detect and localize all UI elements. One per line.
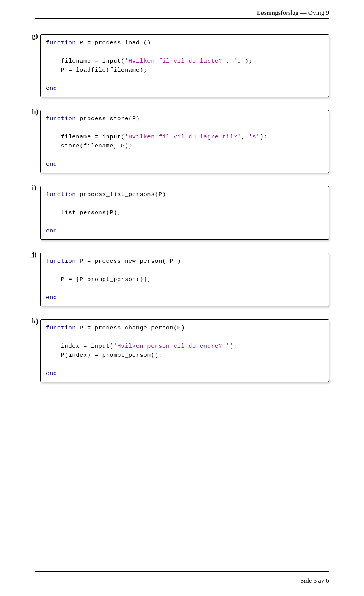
footer-text: Side 6 av 6 — [300, 577, 329, 585]
code-listing-container: g)function P = process_load () filename … — [35, 34, 329, 382]
code-block: g)function P = process_load () filename … — [35, 34, 329, 97]
code-block-label: i) — [32, 184, 36, 192]
code-block: i)function process_list_persons(P) list_… — [35, 186, 329, 240]
code-block: k)function P = process_change_person(P) … — [35, 319, 329, 382]
code-block: j)function P = process_new_person( P ) P… — [35, 253, 329, 306]
header-rule — [35, 18, 329, 20]
code-box: function P = process_change_person(P) in… — [40, 319, 329, 382]
code-content: function process_store(P) filename = inp… — [46, 114, 323, 169]
code-box: function P = process_load () filename = … — [40, 34, 329, 97]
code-box: function P = process_new_person( P ) P =… — [40, 253, 329, 306]
page: Løsningsforslag — Øving 9 g)function P =… — [0, 0, 364, 596]
code-block-label: j) — [32, 250, 37, 259]
code-content: function process_list_persons(P) list_pe… — [46, 190, 323, 235]
running-head: Løsningsforslag — Øving 9 — [35, 9, 329, 17]
code-box: function process_store(P) filename = inp… — [40, 110, 329, 173]
code-block: h)function process_store(P) filename = i… — [35, 110, 329, 173]
code-block-label: g) — [32, 32, 38, 40]
code-content: function P = process_change_person(P) in… — [46, 323, 323, 378]
code-content: function P = process_load () filename = … — [46, 38, 323, 93]
code-box: function process_list_persons(P) list_pe… — [40, 186, 329, 240]
code-content: function P = process_new_person( P ) P =… — [46, 257, 323, 302]
footer-rule — [35, 571, 329, 573]
code-block-label: h) — [32, 108, 38, 116]
code-block-label: k) — [32, 317, 38, 325]
